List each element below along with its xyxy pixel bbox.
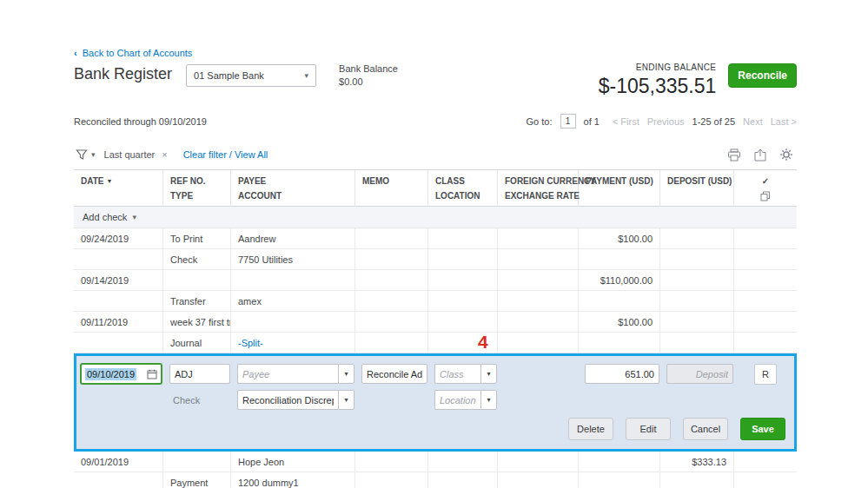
cell-deposit	[660, 228, 734, 249]
add-transaction-row[interactable]: Add check ▾	[74, 207, 797, 228]
gear-icon[interactable]	[779, 148, 793, 162]
reconcile-status-box[interactable]: R	[754, 364, 777, 385]
cell-memo	[355, 270, 428, 291]
delete-button[interactable]: Delete	[568, 418, 613, 440]
filter-bar: ▾ Last quarter × Clear filter / View All	[74, 144, 797, 170]
goto-page-input[interactable]: 1	[560, 114, 576, 129]
col-date-line2	[81, 191, 156, 201]
col-memo-line2	[362, 191, 421, 201]
ending-balance: ENDING BALANCE $-105,335.51	[599, 63, 717, 98]
back-row: ‹ Back to Chart of Accounts	[74, 48, 797, 58]
account-input[interactable]	[237, 390, 338, 410]
date-input-value: 09/10/2019	[85, 368, 136, 380]
col-deposit-label: DEPOSIT (USD)	[667, 176, 726, 186]
table-row[interactable]: 09/14/2019 $110,000.00 Transfer amex	[74, 270, 797, 312]
cell-location	[428, 472, 498, 488]
table-row[interactable]: 09/01/2019 Hope Jeon $333.13 Payment 120…	[74, 452, 797, 488]
cell-date: 09/01/2019	[74, 452, 163, 472]
edit-cell-date: 09/10/2019	[76, 360, 166, 387]
deposit-input	[666, 364, 733, 384]
edit-cell-empty	[358, 387, 431, 412]
bank-register-page: ‹ Back to Chart of Accounts Bank Registe…	[0, 0, 868, 488]
class-input[interactable]	[434, 364, 480, 384]
cell-account: 7750 Utilities	[231, 249, 355, 270]
print-icon[interactable]	[727, 148, 741, 162]
add-check-label: Add check	[83, 212, 127, 222]
cell-status	[734, 228, 797, 249]
account-selector[interactable]: 01 Sample Bank ▾	[186, 64, 316, 87]
cell-empty	[579, 249, 660, 270]
cell-ref: week 37 first try	[163, 312, 231, 333]
bank-register-app: ‹ Back to Chart of Accounts Bank Registe…	[74, 39, 797, 488]
split-link[interactable]: -Split-	[231, 333, 355, 353]
bank-balance: Bank Balance $0.00	[339, 63, 398, 89]
page-title: Bank Register	[74, 65, 172, 83]
cell-status	[734, 270, 797, 291]
account-dropdown-arrow-icon[interactable]: ▾	[338, 390, 354, 410]
table-row[interactable]: 09/11/2019 week 37 first try $100.00 Jou…	[74, 312, 797, 353]
edit-cell-empty	[76, 387, 166, 412]
cell-empty	[660, 472, 734, 488]
edit-cell-type: Check	[166, 387, 234, 412]
cell-foreign-currency	[498, 312, 579, 333]
table-header-row: DATE▼ REF NO. TYPE PAYEE ACCOUNT MEMO CL…	[74, 170, 797, 207]
pager-last[interactable]: Last >	[771, 116, 797, 127]
cell-exchange-rate	[498, 472, 579, 488]
payee-dropdown-arrow-icon[interactable]: ▾	[338, 364, 354, 384]
cell-exchange-rate	[498, 249, 579, 270]
pager-previous[interactable]: Previous	[647, 116, 685, 127]
pagination: Go to: 1 of 1 < First Previous 1-25 of 2…	[527, 114, 797, 129]
date-input[interactable]: 09/10/2019	[80, 363, 162, 385]
bank-balance-value: $0.00	[339, 76, 398, 89]
col-fc-label: FOREIGN CURRENCY	[505, 176, 571, 186]
column-header-date[interactable]: DATE▼	[74, 170, 163, 207]
memo-input[interactable]	[361, 364, 427, 384]
save-button[interactable]: Save	[740, 418, 785, 440]
col-payee-label: PAYEE	[238, 176, 348, 186]
sort-arrow-icon: ▼	[106, 178, 112, 184]
cell-payee	[231, 312, 355, 333]
export-icon[interactable]	[753, 148, 767, 162]
cell-empty	[660, 291, 734, 312]
payee-input[interactable]	[237, 364, 338, 384]
column-header-payment: PAYMENT (USD)	[579, 170, 660, 207]
edit-cell-empty	[737, 387, 794, 412]
copy-icon[interactable]	[741, 191, 790, 201]
col-memo-label: MEMO	[362, 176, 421, 186]
column-header-payee-account: PAYEE ACCOUNT	[231, 170, 355, 207]
cell-location	[428, 291, 498, 312]
pager-next[interactable]: Next	[743, 116, 763, 127]
back-to-chart-of-accounts-link[interactable]: ‹ Back to Chart of Accounts	[74, 48, 192, 58]
reconciled-through-text: Reconciled through 09/10/2019	[74, 116, 207, 127]
cell-type: Check	[163, 249, 231, 270]
table-row[interactable]: 09/24/2019 To Print Aandrew $100.00 Chec…	[74, 228, 797, 270]
filter-chip-close-icon[interactable]: ×	[162, 149, 167, 160]
reconcile-button[interactable]: Reconcile	[728, 63, 797, 88]
col-deposit-line2	[667, 191, 726, 201]
class-dropdown-arrow-icon[interactable]: ▾	[480, 364, 497, 384]
clear-filter-link[interactable]: Clear filter / View All	[183, 149, 268, 160]
cell-empty	[734, 472, 797, 488]
cell-payee: Aandrew	[231, 228, 355, 249]
cell-type: Journal	[163, 333, 231, 353]
location-dropdown-arrow-icon[interactable]: ▾	[480, 390, 497, 410]
cell-class	[428, 270, 498, 291]
column-header-deposit: DEPOSIT (USD)	[660, 170, 734, 207]
payment-input[interactable]	[585, 364, 659, 384]
cell-date: 09/14/2019	[74, 270, 163, 291]
cell-empty	[355, 472, 428, 488]
edit-cell-empty	[581, 387, 663, 412]
chevron-down-icon: ▾	[305, 71, 309, 80]
cell-empty	[355, 333, 428, 353]
cell-payment: $100.00	[579, 228, 660, 249]
pager-first[interactable]: < First	[613, 116, 639, 127]
edit-button[interactable]: Edit	[626, 418, 671, 440]
calendar-icon[interactable]	[147, 369, 157, 379]
edit-cell-deposit	[663, 360, 737, 387]
filter-menu-button[interactable]: ▾	[76, 148, 96, 161]
cancel-button[interactable]: Cancel	[683, 418, 728, 440]
cell-empty	[74, 291, 163, 312]
ref-no-input[interactable]	[169, 364, 230, 384]
location-input[interactable]	[434, 390, 480, 410]
cell-empty	[734, 333, 797, 353]
